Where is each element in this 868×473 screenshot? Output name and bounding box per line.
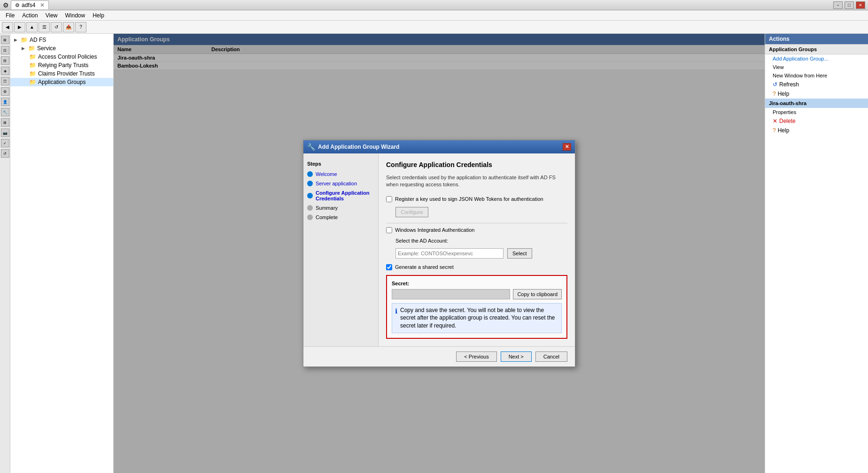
refresh-icon: ↺ [773,81,777,88]
modal-steps: Steps Welcome Server application [303,153,379,346]
back-button[interactable]: ◀ [2,22,13,32]
jwt-checkbox-row: Register a key used to sign JSON Web Tok… [386,196,567,202]
folder-icon-appgroups: 📁 [29,79,36,85]
steps-title: Steps [307,161,374,167]
help-button[interactable]: ? [75,22,86,32]
tab-icon: ⚙ [15,2,20,8]
generate-secret-checkbox[interactable] [386,264,392,270]
tree-item-service[interactable]: ▶ 📁 Service [10,44,113,53]
step-label-configure: Configure ApplicationCredentials [316,190,369,201]
copy-clipboard-button[interactable]: Copy to clipboard [513,289,562,299]
tree-label-access: Access Control Policies [38,53,97,60]
window-controls: − □ ✕ [833,1,865,9]
action-properties[interactable]: Properties [765,108,868,116]
close-button[interactable]: ✕ [856,1,865,9]
app-icon: ⚙ [3,1,9,9]
side-icon-4[interactable]: ◈ [1,67,9,75]
step-dot-complete [307,214,313,220]
secret-input [392,289,510,299]
side-icon-2[interactable]: ⊡ [1,46,9,54]
tree-label-service: Service [37,45,56,52]
jwt-checkbox-label: Register a key used to sign JSON Web Tok… [395,196,543,202]
modal-page-title: Configure Application Credentials [386,161,567,168]
tree-label-relying: Relying Party Trusts [38,62,88,69]
tree-root-adfs[interactable]: ▶ 📁 AD FS [10,36,113,44]
side-icon-3[interactable]: ⊟ [1,56,9,65]
step-configure-credentials: Configure ApplicationCredentials [307,190,374,201]
menu-file[interactable]: File [2,11,18,20]
action-refresh[interactable]: ↺ Refresh [765,80,868,89]
ad-account-row: Select the AD Account: [395,238,567,244]
step-label-welcome: Welcome [316,171,337,177]
side-icon-5[interactable]: ☷ [1,77,9,85]
step-server-app: Server application [307,181,374,186]
menu-action[interactable]: Action [18,11,41,20]
side-icon-9[interactable]: ⊞ [1,118,9,127]
folder-icon-relying: 📁 [29,62,36,69]
cancel-button[interactable]: Cancel [535,351,567,362]
jwt-checkbox[interactable] [386,196,392,202]
side-icon-7[interactable]: 👤 [1,98,9,106]
modal-body: Steps Welcome Server application [303,153,575,346]
step-label-server: Server application [316,181,357,186]
menu-window[interactable]: Window [62,11,89,20]
expand-icon: ▶ [14,38,19,42]
info-text: Copy and save the secret. You will not b… [400,306,558,330]
ad-account-input[interactable] [395,248,504,259]
select-button[interactable]: Select [507,248,532,259]
tab-adfs4[interactable]: ⚙ adfs4 ✕ [11,0,49,9]
tree-item-relying-party[interactable]: 📁 Relying Party Trusts [10,61,113,69]
action-help-jira[interactable]: ? Help [765,126,868,135]
side-icon-10[interactable]: 📷 [1,129,9,137]
help-icon-jira: ? [773,127,776,134]
step-summary: Summary [307,205,374,211]
divider-1 [386,223,567,223]
wia-checkbox-row: Windows Integrated Authentication [386,227,567,233]
side-icon-11[interactable]: ✓ [1,139,9,147]
maximize-button[interactable]: □ [845,1,854,9]
minimize-button[interactable]: − [833,1,843,9]
action-new-window[interactable]: New Window from Here [765,71,868,80]
side-icon-6[interactable]: ⚙ [1,87,9,96]
actions-panel: Actions Application Groups Add Applicati… [765,34,868,473]
main-layout: ⊞ ⊡ ⊟ ◈ ☷ ⚙ 👤 🔧 ⊞ 📷 ✓ ↺ ▶ 📁 AD FS ▶ 📁 Se… [0,34,868,473]
action-view[interactable]: View [765,63,868,71]
next-button[interactable]: Next > [501,351,532,362]
action-help-appgroups[interactable]: ? Help [765,89,868,99]
expand-icon-service: ▶ [22,46,26,51]
title-bar: ⚙ ⚙ adfs4 ✕ − □ ✕ [0,0,868,10]
tree-root-label: AD FS [30,37,46,43]
modal-close-button[interactable]: ✕ [563,143,571,151]
show-hide-button[interactable]: ☰ [39,22,50,32]
up-button[interactable]: ▲ [26,22,38,32]
menu-view[interactable]: View [42,11,62,20]
wia-checkbox[interactable] [386,227,392,233]
modal-title: Add Application Group Wizard [318,144,399,150]
help-icon-appgroups: ? [773,91,776,97]
toolbar: ◀ ▶ ▲ ☰ ↺ 📤 ? [0,21,868,34]
action-delete[interactable]: ✕ Delete [765,116,868,126]
previous-button[interactable]: < Previous [456,351,496,362]
tree-item-claims-provider[interactable]: 📁 Claims Provider Trusts [10,69,113,78]
side-icon-8[interactable]: 🔧 [1,108,9,116]
generate-secret-checkbox-row: Generate a shared secret [386,264,567,270]
info-icon: ℹ [395,307,397,316]
side-icon-12[interactable]: ↺ [1,149,9,158]
tree-panel: ▶ 📁 AD FS ▶ 📁 Service 📁 Access Control P… [10,34,114,473]
step-dot-summary [307,205,313,211]
menu-help[interactable]: Help [89,11,108,20]
refresh-button[interactable]: ↺ [51,22,62,32]
configure-button[interactable]: Configure [395,207,428,217]
action-add-app-group[interactable]: Add Application Group... [765,54,868,63]
content-area: Application Groups Name Description Jira… [114,34,765,473]
export-button[interactable]: 📤 [63,22,74,32]
tab-close-icon[interactable]: ✕ [40,2,45,8]
modal-title-icon: 🔧 [307,143,315,151]
forward-button[interactable]: ▶ [14,22,25,32]
side-icon-1[interactable]: ⊞ [1,36,9,44]
side-icon-panel: ⊞ ⊡ ⊟ ◈ ☷ ⚙ 👤 🔧 ⊞ 📷 ✓ ↺ [0,34,10,473]
info-box: ℹ Copy and save the secret. You will not… [392,303,562,333]
tree-item-app-groups[interactable]: 📁 Application Groups [10,78,113,86]
tree-item-access-control[interactable]: 📁 Access Control Policies [10,53,113,61]
ad-account-input-row: Select [395,248,567,259]
